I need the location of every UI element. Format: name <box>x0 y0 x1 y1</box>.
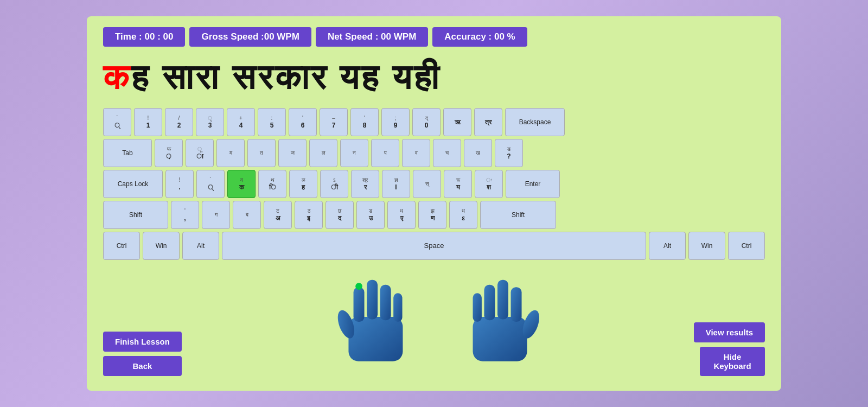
key-dda[interactable]: डउ <box>356 201 385 229</box>
key-9[interactable]: ;9 <box>381 108 410 136</box>
key-3[interactable]: ृ3 <box>196 108 224 136</box>
bottom-section: Finish Lesson Back <box>103 268 765 376</box>
key-win-left[interactable]: Win <box>143 232 180 260</box>
key-dha[interactable]: धए <box>387 201 416 229</box>
finger-dot <box>355 283 362 290</box>
svg-rect-2 <box>353 287 364 322</box>
key-ga[interactable]: ग <box>202 201 230 229</box>
accuracy-label: Accuracy : 00 % <box>444 31 515 42</box>
key-capslock[interactable]: Caps Lock <box>103 170 163 198</box>
typing-text-rest: ह सारा सरकार यह यही <box>131 58 441 97</box>
svg-rect-3 <box>367 280 378 320</box>
svg-rect-6 <box>473 317 527 361</box>
key-6[interactable]: '6 <box>289 108 317 136</box>
keyboard-row-5: Ctrl Win Alt Space Alt Win Ctrl <box>103 232 765 260</box>
svg-rect-9 <box>484 285 495 320</box>
key-backtick[interactable]: ` ् <box>103 108 131 136</box>
key-alt-left[interactable]: Alt <box>182 232 219 260</box>
key-chha[interactable]: छद <box>326 201 354 229</box>
key-virama[interactable]: `् <box>196 170 225 198</box>
left-hand-icon <box>335 268 422 376</box>
key-gya[interactable]: ज्ञI <box>382 170 410 198</box>
key-dha2[interactable]: धε <box>449 201 477 229</box>
key-ja[interactable]: ज <box>278 139 307 167</box>
key-7[interactable]: –7 <box>320 108 348 136</box>
key-tha[interactable]: थि <box>258 170 286 198</box>
key-alt-right[interactable]: Alt <box>649 232 686 260</box>
key-8[interactable]: '8 <box>350 108 379 136</box>
key-backspace[interactable]: Backspace <box>505 108 565 136</box>
key-la-ha[interactable]: ळह <box>289 170 317 198</box>
key-ru[interactable]: ऋ <box>443 108 471 136</box>
accuracy-stat: Accuracy : 00 % <box>432 27 527 47</box>
error-char: क <box>103 58 131 97</box>
keyboard-row-4: Shift ', ग ब टअ ठइ छद डउ धए झण धε Shift <box>103 201 765 229</box>
key-ruu[interactable]: रूय <box>444 170 472 198</box>
key-2[interactable]: /2 <box>165 108 193 136</box>
svg-rect-11 <box>510 287 521 322</box>
key-space[interactable]: Space <box>222 232 646 260</box>
gross-speed-stat: Gross Speed :00 WPM <box>189 27 311 47</box>
time-label: Time : <box>115 31 142 42</box>
key-va[interactable]: व <box>402 139 430 167</box>
key-ctrl-left[interactable]: Ctrl <box>103 232 140 260</box>
svg-rect-0 <box>348 317 403 361</box>
keyboard-row-2: Tab फ़ ूा म त ज ल न प व च ख ड? <box>103 139 765 167</box>
key-tab[interactable]: Tab <box>103 139 152 167</box>
key-win-right[interactable]: Win <box>688 232 725 260</box>
key-comma[interactable]: ', <box>171 201 199 229</box>
key-dot[interactable]: !. <box>165 170 194 198</box>
svg-rect-5 <box>393 293 402 322</box>
finish-lesson-button[interactable]: Finish Lesson <box>103 332 182 352</box>
key-shift-left[interactable]: Shift <box>103 201 168 229</box>
svg-rect-8 <box>473 293 481 322</box>
key-visarga[interactable]: ःश <box>475 170 503 198</box>
key-shift-right[interactable]: Shift <box>480 201 556 229</box>
key-0[interactable]: द्0 <box>412 108 441 136</box>
keyboard-row-1: ` ् !1 /2 ृ3 +4 :5 '6 –7 '8 ;9 द्0 ऋ त्र… <box>103 108 765 136</box>
svg-rect-4 <box>380 285 391 320</box>
time-stat: Time : 00 : 00 <box>103 27 185 47</box>
key-la[interactable]: ल <box>309 139 337 167</box>
hide-keyboard-button[interactable]: Hide Keyboard <box>700 347 765 376</box>
key-ma[interactable]: म <box>216 139 245 167</box>
key-avagraha[interactable]: ऽी <box>320 170 348 198</box>
key-ba[interactable]: ब <box>233 201 261 229</box>
right-hand-icon <box>454 268 541 376</box>
keyboard: ` ् !1 /2 ृ3 +4 :5 '6 –7 '8 ;9 द्0 ऋ त्र… <box>103 108 765 260</box>
key-ttha[interactable]: ठइ <box>295 201 323 229</box>
net-speed-label: Net Speed : 00 WPM <box>328 31 416 42</box>
net-speed-stat: Net Speed : 00 WPM <box>316 27 428 47</box>
key-4[interactable]: +4 <box>227 108 255 136</box>
key-1[interactable]: !1 <box>134 108 162 136</box>
typing-text: कह सारा सरकार यह यही <box>103 56 765 98</box>
time-value: 00 : 00 <box>145 31 174 42</box>
key-pa[interactable]: प <box>371 139 399 167</box>
back-button[interactable]: Back <box>103 356 182 376</box>
keyboard-row-3: Caps Lock !. `् वक थि ळह ऽी श्रर ज्ञI स्… <box>103 170 765 198</box>
key-sa[interactable]: स् <box>413 170 441 198</box>
key-tta[interactable]: टअ <box>264 201 292 229</box>
right-buttons: View results Hide Keyboard <box>694 322 765 376</box>
key-ta[interactable]: त <box>247 139 276 167</box>
key-shra[interactable]: श्रर <box>351 170 379 198</box>
key-jha[interactable]: झण <box>418 201 446 229</box>
svg-rect-10 <box>497 280 508 320</box>
key-cha[interactable]: च <box>433 139 461 167</box>
key-ctrl-right[interactable]: Ctrl <box>728 232 765 260</box>
view-results-button[interactable]: View results <box>694 322 765 342</box>
key-enter[interactable]: Enter <box>506 170 560 198</box>
key-5[interactable]: :5 <box>258 108 286 136</box>
key-tra[interactable]: त्र <box>474 108 502 136</box>
key-uu[interactable]: ूा <box>186 139 214 167</box>
main-container: Time : 00 : 00 Gross Speed :00 WPM Net S… <box>87 16 781 391</box>
hands-container <box>182 268 694 376</box>
key-va-ka[interactable]: वक <box>227 170 256 198</box>
stats-bar: Time : 00 : 00 Gross Speed :00 WPM Net S… <box>103 27 765 47</box>
gross-speed-label: Gross Speed :00 WPM <box>201 31 299 42</box>
key-na[interactable]: न <box>340 139 368 167</box>
key-kha[interactable]: ख <box>464 139 492 167</box>
left-buttons: Finish Lesson Back <box>103 332 182 376</box>
key-da-q[interactable]: ड? <box>495 139 523 167</box>
key-pha[interactable]: फ़ <box>155 139 183 167</box>
